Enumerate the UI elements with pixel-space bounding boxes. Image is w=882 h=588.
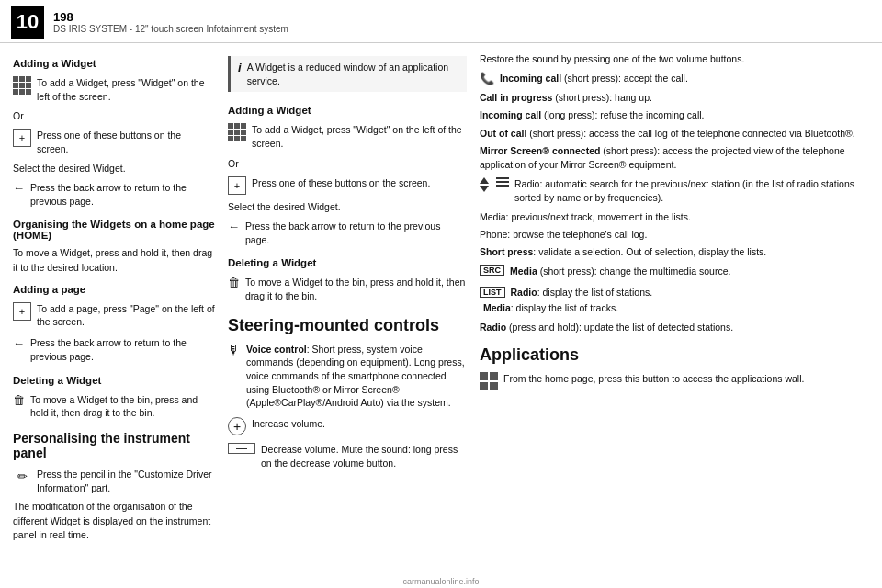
triangle-up-icon [480,177,489,184]
page-number: 198 [53,10,288,24]
radio-triangles-row: Radio: automatic search for the previous… [480,177,869,204]
page-container: 10 198 DS IRIS SYSTEM - 12" touch screen… [0,0,882,588]
left-page-text-1: To add a page, press "Page" on the left … [37,302,215,329]
header: 10 198 DS IRIS SYSTEM - 12" touch screen… [0,0,882,43]
left-page-icon-row-1: + To add a page, press "Page" on the lef… [13,302,215,329]
left-deleting-text: To move a Widget to the bin, press and h… [30,393,215,420]
info-box: i A Widget is a reduced window of an app… [228,56,467,92]
mid-widget-text-1: To add a Widget, press "Widget" on the l… [252,123,467,150]
increase-volume-text: Increase volume. [252,417,325,431]
out-of-call-text: Out of call (short press): access the ca… [480,127,869,141]
src-text: Media (short press): change the multimed… [510,265,730,278]
applications-row: From the home page, press this button to… [480,372,869,390]
triangle-down-icon [480,186,489,192]
left-back-arrow-text: Press the back arrow to return to the pr… [30,181,215,208]
steering-title: Steering-mounted controls [228,316,467,335]
left-personalising-body: The modification of the organisation of … [13,500,215,542]
info-icon: i [238,61,242,74]
voice-control-label: Voice control [246,344,307,355]
left-organising-body: To move a Widget, press and hold it, the… [13,246,215,274]
back-arrow-icon-mid: ← [228,220,240,233]
mid-widget-icon-row-1: To add a Widget, press "Widget" on the l… [228,123,467,150]
increase-volume-row: + Increase volume. [228,417,467,435]
decrease-volume-text: Decrease volume. Mute the sound: long pr… [261,443,467,469]
mid-deleting-row: 🗑 To move a Widget to the bin, press and… [228,276,467,302]
pencil-icon: ✏ [13,468,31,486]
chapter-number: 10 [11,6,44,39]
voice-control-row: 🎙 Voice control: Short press, system voi… [228,343,467,410]
left-or-text: Or [13,110,215,121]
mid-adding-widget-title: Adding a Widget [228,105,467,116]
info-box-text: A Widget is a reduced window of an appli… [247,61,459,87]
left-select-desired: Select the desired Widget. [13,162,215,175]
left-column: Adding a Widget To add a Widget, press "… [13,52,215,570]
decrease-volume-row: — Decrease volume. Mute the sound: long … [228,443,467,469]
list-media-text: Media: display the list of tracks. [480,301,618,315]
left-widget-icon-row-1: To add a Widget, press "Widget" on the l… [13,76,215,103]
mid-deleting-text: To move a Widget to the bin, press and h… [245,276,467,302]
footer: carmanualonline.info [0,575,882,588]
trash-icon-mid: 🗑 [228,276,240,289]
left-widget-text-1: To add a Widget, press "Widget" on the l… [37,76,215,103]
incoming-call-text: Incoming call (short press): accept the … [500,72,688,85]
src-row: SRC Media (short press): change the mult… [480,265,869,278]
mid-widget-text-2: Press one of these buttons on the screen… [252,176,430,190]
call-in-progress-text: Call in progress (short press): hang up. [480,91,869,105]
mid-deleting-title: Deleting a Widget [228,257,467,268]
mid-back-arrow-row: ← Press the back arrow to return to the … [228,220,467,246]
trash-icon: 🗑 [13,393,25,407]
right-column: Restore the sound by pressing one of the… [480,52,869,570]
middle-column: i A Widget is a reduced window of an app… [228,52,467,570]
header-subtitle: DS IRIS SYSTEM - 12" touch screen Infota… [53,24,288,34]
left-widget-text-2: Press one of these buttons on the screen… [37,129,215,155]
left-deleting-title: Deleting a Widget [13,375,215,386]
plus-icon-mid: + [228,176,246,195]
applications-title: Applications [480,345,869,365]
short-press-text: Short press: validate a selection. Out o… [480,245,869,259]
left-personalising-icon-text: Press the pencil in the "Customize Drive… [37,468,215,494]
mirror-screen-text: Mirror Screen® connected (short press): … [480,144,869,172]
plus-circle-icon: + [228,417,246,435]
phone-text: Phone: browse the telephone's call log. [480,228,869,242]
header-text: 198 DS IRIS SYSTEM - 12" touch screen In… [53,10,288,34]
left-organising-title: Organising the Widgets on a home page (H… [13,219,215,241]
radio-text: Radio: automatic search for the previous… [514,177,869,204]
left-widget-icon-row-2: + Press one of these buttons on the scre… [13,129,215,155]
list-row: LIST Radio: display the list of stations… [480,286,869,315]
apps-icon [480,372,498,390]
applications-text: From the home page, press this button to… [503,372,804,386]
mid-widget-icon-row-2: + Press one of these buttons on the scre… [228,176,467,195]
radio-press-hold-text: Radio (press and hold): update the list … [480,321,869,334]
incoming-call-row: 📞 Incoming call (short press): accept th… [480,72,869,85]
left-personalising-icon-row: ✏ Press the pencil in the "Customize Dri… [13,468,215,494]
main-content: Adding a Widget To add a Widget, press "… [0,43,882,575]
list-radio-text: Radio: display the list of stations. [511,286,653,300]
mic-icon: 🎙 [228,343,241,357]
media-text1: Media: previous/next track, movement in … [480,210,869,224]
lines-icon [496,177,509,187]
grid-icon [13,76,31,95]
restore-sound-text: Restore the sound by pressing one of the… [480,52,869,66]
left-adding-page-title: Adding a page [13,284,215,295]
grid-icon-mid [228,123,246,141]
minus-icon: — [228,443,255,454]
left-page-back-text: Press the back arrow to return to the pr… [30,336,215,363]
back-arrow-icon: ← [13,181,25,195]
plus-icon: + [13,129,31,147]
left-personalising-title: Personalising the instrument panel [13,431,215,460]
plus-icon-2: + [13,302,31,321]
mid-select-desired: Select the desired Widget. [228,200,467,214]
phone-icon: 📞 [480,72,494,85]
src-badge: SRC [480,265,504,276]
left-deleting-row: 🗑 To move a Widget to the bin, press and… [13,393,215,420]
mid-back-arrow-text: Press the back arrow to return to the pr… [245,220,467,246]
incoming-call2-text: Incoming call (long press): refuse the i… [480,108,869,122]
left-back-arrow-row: ← Press the back arrow to return to the … [13,181,215,208]
list-badge: LIST [480,287,505,298]
left-adding-widget-title: Adding a Widget [13,58,215,69]
left-page-back-row: ← Press the back arrow to return to the … [13,336,215,363]
back-arrow-icon-2: ← [13,336,25,350]
mid-or-text: Or [228,158,467,169]
voice-control-text: Voice control: Short press, system voice… [246,343,467,410]
